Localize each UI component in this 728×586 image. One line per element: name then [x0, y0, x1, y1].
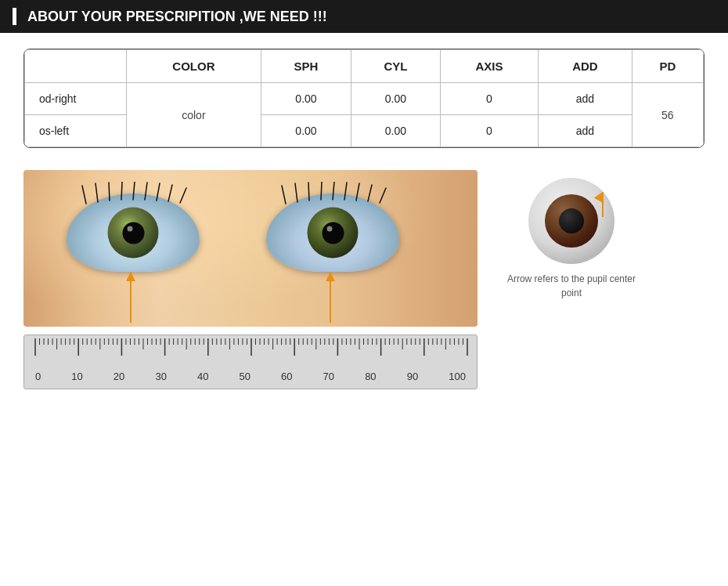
col-header-pd: PD: [632, 50, 703, 83]
eye-photo: [23, 170, 478, 327]
ruler-label-50: 50: [240, 371, 250, 382]
row-os-sph: 0.00: [261, 115, 351, 147]
header-title: ABOUT YOUR PRESCRIPITION ,WE NEED !!!: [27, 9, 327, 25]
col-header-color: COLOR: [127, 50, 261, 83]
ruler-label-70: 70: [323, 371, 334, 382]
row-os-label: os-left: [25, 115, 127, 147]
ruler-label-40: 40: [197, 371, 208, 382]
ruler-label-0: 0: [35, 371, 41, 382]
row-os-cyl: 0.00: [351, 115, 440, 147]
row-od-label: od-right: [25, 83, 127, 115]
col-header-sph: SPH: [261, 50, 351, 83]
col-header-add: ADD: [539, 50, 632, 83]
table-row-od: od-right color 0.00 0.00 0 add 56: [25, 83, 704, 115]
ruler-label-90: 90: [407, 371, 418, 382]
col-header-empty: [25, 50, 127, 83]
row-od-add: add: [539, 83, 632, 115]
row-color-merged: color: [127, 83, 261, 147]
eye-section: 0 10 20 30 40 50 60 70 80 90 100: [23, 170, 705, 389]
col-header-cyl: CYL: [351, 50, 440, 83]
ruler-svg: [24, 338, 478, 368]
diagram-caption: Arrow refers to the pupil center point: [497, 272, 646, 300]
prescription-table-wrapper: COLOR SPH CYL AXIS ADD PD od-right color…: [23, 49, 705, 148]
prescription-table: COLOR SPH CYL AXIS ADD PD od-right color…: [24, 49, 704, 147]
row-od-sph: 0.00: [261, 83, 351, 115]
eye-diagram: [528, 178, 614, 264]
ruler-label-20: 20: [114, 371, 124, 382]
row-od-axis: 0: [440, 83, 539, 115]
row-os-axis: 0: [440, 115, 539, 147]
row-os-add: add: [539, 115, 632, 147]
row-od-cyl: 0.00: [351, 83, 440, 115]
ruler-label-30: 30: [155, 371, 166, 382]
ruler-label-100: 100: [449, 371, 466, 382]
col-header-axis: AXIS: [440, 50, 539, 83]
header-accent: [13, 8, 16, 25]
eye-diagram-section: Arrow refers to the pupil center point: [493, 170, 650, 300]
page-header: ABOUT YOUR PRESCRIPITION ,WE NEED !!!: [0, 0, 728, 33]
row-pd-merged: 56: [632, 83, 703, 147]
ruler-label-80: 80: [365, 371, 376, 382]
ruler-label-10: 10: [71, 371, 82, 382]
ruler-label-60: 60: [281, 371, 292, 382]
ruler-container: 0 10 20 30 40 50 60 70 80 90 100: [23, 335, 478, 389]
